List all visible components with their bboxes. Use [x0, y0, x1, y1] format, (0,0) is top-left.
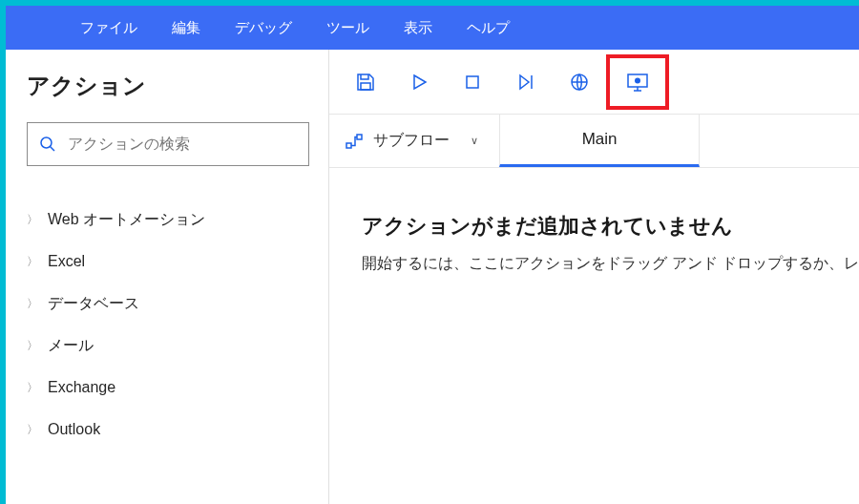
run-button[interactable]: [396, 59, 442, 105]
chevron-right-icon: 〉: [27, 212, 48, 228]
play-icon: [409, 72, 430, 93]
stop-icon: [462, 72, 483, 93]
category-item[interactable]: 〉データベース: [27, 283, 309, 325]
step-button[interactable]: [503, 59, 549, 105]
svg-point-0: [41, 137, 52, 148]
step-icon: [515, 72, 536, 93]
category-item[interactable]: 〉Web オートメーション: [27, 199, 309, 241]
category-label: データベース: [48, 294, 139, 314]
search-icon: [39, 136, 56, 153]
globe-icon: [569, 72, 590, 93]
stop-button[interactable]: [450, 59, 495, 105]
svg-rect-3: [467, 76, 478, 88]
chevron-right-icon: 〉: [27, 338, 48, 354]
tab-label: Main: [582, 130, 618, 149]
menu-edit[interactable]: 編集: [155, 6, 218, 50]
menu-tools[interactable]: ツール: [309, 6, 387, 50]
subflow-label: サブフロー: [373, 131, 450, 151]
menu-file[interactable]: ファイル: [63, 6, 155, 50]
menu-view[interactable]: 表示: [387, 6, 450, 50]
empty-state: アクションがまだ追加されていません 開始するには、ここにアクションをドラッグ ア…: [329, 168, 859, 274]
menu-debug[interactable]: デバッグ: [218, 6, 309, 50]
chevron-right-icon: 〉: [27, 296, 48, 312]
toolbar: [329, 50, 859, 115]
category-item[interactable]: 〉Exchange: [27, 367, 309, 409]
svg-rect-10: [346, 143, 351, 148]
svg-rect-2: [361, 83, 370, 90]
svg-rect-11: [357, 135, 362, 139]
highlight-annotation: [606, 54, 669, 110]
category-label: メール: [48, 336, 94, 356]
actions-sidebar: アクション 〉Web オートメーション 〉Excel 〉データベース 〉メール …: [6, 50, 329, 504]
category-item[interactable]: 〉メール: [27, 325, 309, 367]
chevron-right-icon: 〉: [27, 254, 48, 270]
chevron-right-icon: 〉: [27, 380, 48, 396]
tab-main[interactable]: Main: [499, 115, 700, 167]
desktop-recorder-button[interactable]: [615, 59, 660, 105]
main-area: サブフロー ∨ Main アクションがまだ追加されていません 開始するには、ここ…: [329, 50, 859, 504]
web-recorder-button[interactable]: [556, 59, 602, 105]
category-label: Web オートメーション: [48, 210, 205, 230]
category-list: 〉Web オートメーション 〉Excel 〉データベース 〉メール 〉Excha…: [27, 199, 309, 451]
subflow-dropdown[interactable]: サブフロー ∨: [329, 115, 499, 167]
menu-help[interactable]: ヘルプ: [450, 6, 527, 50]
category-label: Excel: [48, 253, 85, 270]
svg-point-7: [635, 77, 640, 83]
category-item[interactable]: 〉Excel: [27, 241, 309, 283]
save-button[interactable]: [343, 59, 388, 105]
menu-bar: ファイル 編集 デバッグ ツール 表示 ヘルプ: [6, 6, 859, 50]
save-icon: [355, 72, 376, 93]
monitor-icon: [626, 72, 649, 93]
chevron-down-icon: ∨: [471, 135, 478, 147]
category-label: Exchange: [48, 379, 115, 396]
tab-bar: サブフロー ∨ Main: [329, 115, 859, 168]
category-label: Outlook: [48, 421, 100, 438]
category-item[interactable]: 〉Outlook: [27, 409, 309, 451]
search-box[interactable]: [27, 122, 309, 166]
svg-line-1: [51, 147, 55, 152]
search-input[interactable]: [66, 135, 297, 154]
empty-state-subtitle: 開始するには、ここにアクションをドラッグ アンド ドロップするか、レ: [362, 254, 859, 274]
sidebar-title: アクション: [27, 71, 309, 101]
subflow-icon: [345, 132, 364, 151]
empty-state-title: アクションがまだ追加されていません: [362, 212, 859, 241]
chevron-right-icon: 〉: [27, 422, 48, 438]
